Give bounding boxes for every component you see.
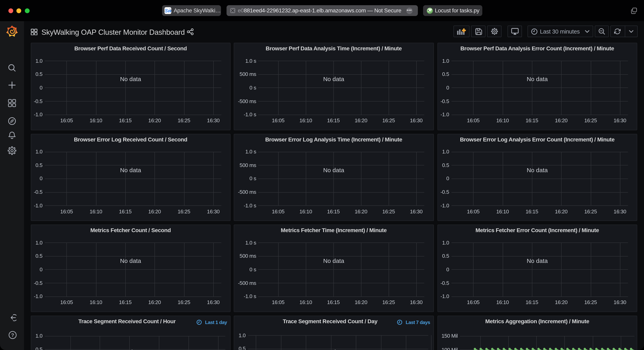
svg-text:Sw: Sw [165,8,171,13]
svg-text:?: ? [11,332,14,338]
